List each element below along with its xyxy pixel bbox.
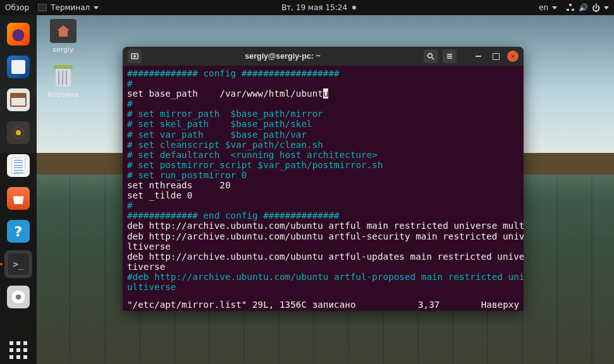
folder-icon xyxy=(50,19,77,43)
activities-label: Обзор xyxy=(5,3,29,12)
thunderbird-icon xyxy=(7,56,30,78)
chevron-down-icon xyxy=(94,6,99,9)
music-icon xyxy=(7,121,30,144)
files-icon xyxy=(7,88,30,111)
clock-area[interactable]: Вт, 19 мая 15:24 xyxy=(99,3,539,12)
new-tab-button[interactable] xyxy=(128,49,142,63)
dock-item-software[interactable] xyxy=(4,185,32,212)
editor-status-line: "/etc/apt/mirror.list" 29L, 1356C записа… xyxy=(127,300,519,310)
desktop-icons-area: sergiy Корзина xyxy=(44,19,82,99)
dock-item-files[interactable] xyxy=(4,86,32,114)
volume-icon xyxy=(579,3,588,12)
terminal-small-icon xyxy=(38,4,47,11)
dock-item-writer[interactable] xyxy=(4,152,32,179)
apps-grid-icon xyxy=(7,339,30,361)
status-file: "/etc/apt/mirror.list" 29L, 1356C записа… xyxy=(127,300,356,310)
document-icon xyxy=(7,154,30,177)
activities-button[interactable]: Обзор xyxy=(5,3,29,12)
terminal-content[interactable]: ############# config ###################… xyxy=(123,66,524,311)
notification-dot-icon xyxy=(352,6,356,9)
show-applications-button[interactable] xyxy=(4,336,32,364)
search-button[interactable] xyxy=(424,49,438,63)
lang-label: en xyxy=(539,3,548,12)
chevron-down-icon xyxy=(604,6,609,9)
window-title: sergiy@sergiy-pc: ~ xyxy=(147,51,419,61)
trash-icon[interactable]: Корзина xyxy=(44,64,82,99)
help-icon xyxy=(7,220,30,243)
menu-button[interactable] xyxy=(443,49,457,63)
window-titlebar[interactable]: sergiy@sergiy-pc: ~ xyxy=(123,47,524,66)
dock-item-rhythmbox[interactable] xyxy=(4,119,32,147)
top-panel: Обзор Терминал Вт, 19 мая 15:24 en xyxy=(0,0,614,15)
status-where: Наверху xyxy=(475,300,519,310)
dock-item-help[interactable] xyxy=(4,217,32,245)
svg-line-4 xyxy=(432,58,434,59)
dock xyxy=(0,15,37,364)
trash-can-icon xyxy=(50,64,77,88)
svg-point-3 xyxy=(428,54,433,58)
home-folder-icon[interactable]: sergiy xyxy=(44,19,82,54)
home-icon xyxy=(57,25,70,37)
maximize-button[interactable] xyxy=(489,50,502,63)
datetime-label: Вт, 19 мая 15:24 xyxy=(281,3,347,12)
system-status-area[interactable] xyxy=(566,3,609,13)
dock-item-disc[interactable] xyxy=(4,283,32,311)
app-menu-label: Терминал xyxy=(51,3,90,12)
network-icon xyxy=(566,3,575,12)
power-icon xyxy=(592,3,600,13)
dock-item-firefox[interactable] xyxy=(4,20,32,48)
shopping-bag-icon xyxy=(7,187,30,210)
trash-label: Корзина xyxy=(48,90,78,99)
terminal-window: sergiy@sergiy-pc: ~ ############# config… xyxy=(123,47,524,311)
terminal-icon xyxy=(7,253,30,276)
firefox-icon xyxy=(7,23,30,46)
close-button[interactable] xyxy=(507,51,519,62)
app-menu[interactable]: Терминал xyxy=(38,3,99,12)
status-position: 3,37 xyxy=(418,300,475,310)
input-lang-indicator[interactable]: en xyxy=(539,3,557,12)
chevron-down-icon xyxy=(552,6,557,9)
disc-icon xyxy=(7,286,30,308)
dock-item-thunderbird[interactable] xyxy=(4,53,32,81)
home-folder-label: sergiy xyxy=(52,46,73,54)
minimize-button[interactable] xyxy=(472,50,484,63)
dock-item-terminal[interactable] xyxy=(4,250,32,278)
